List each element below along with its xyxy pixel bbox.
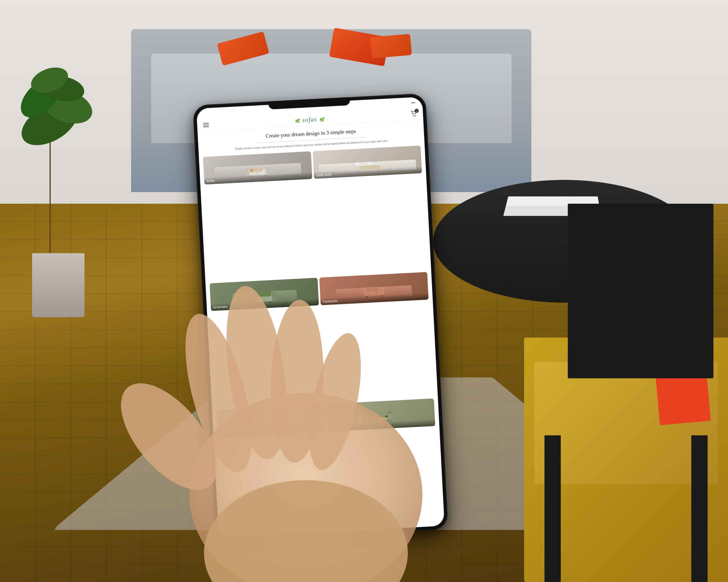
room-background: ●●● 🌿 sofas 🌿 [0,0,728,582]
hand-svg [0,0,728,582]
